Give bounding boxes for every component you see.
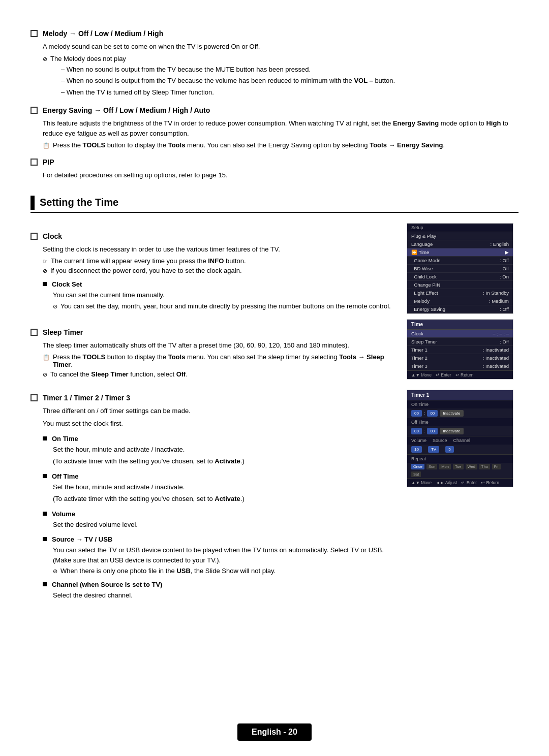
tv-time-timer3-row: Timer 3: Inactivated <box>407 362 513 370</box>
tv-timer1-repeat-label: Repeat <box>407 454 513 463</box>
section-bar <box>30 196 35 210</box>
note-icon-sleep1: 📋 <box>43 354 50 361</box>
square-icon-offtime <box>43 474 47 478</box>
clock-note1-line: ☞ The current time will appear every tim… <box>43 257 396 265</box>
note-icon-clock1: ☞ <box>43 258 48 265</box>
checkbox-icon-pip <box>30 159 38 166</box>
setting-time-header: Setting the Time <box>30 196 518 213</box>
note-icon-source: ⊘ <box>53 568 57 575</box>
note-icon-1: ⊘ <box>43 56 47 62</box>
tv-vol-label: Volume <box>411 438 426 443</box>
melody-note1-line: ⊘ The Melody does not play <box>43 55 518 62</box>
volume-body: Set the desired volume level. <box>53 520 396 530</box>
tv-menu1-item-lighteffect: Light Effect: In Standby <box>407 289 513 297</box>
tv-menu1-tab: Setup <box>411 225 423 230</box>
channel-heading: Channel (when Source is set to TV) <box>43 581 396 588</box>
off-time-body1: Set the hour, minute and activate / inac… <box>53 482 396 492</box>
off-time-title: Off Time <box>52 472 79 480</box>
tv-on-min: 00 <box>427 410 438 417</box>
tv-menu1-item-energysaving: Energy Saving: Off <box>407 305 513 313</box>
source-note: When there is only one photo file in the… <box>60 567 276 575</box>
sleep-timer-note2-line: ⊘ To cancel the Sleep Timer function, se… <box>43 370 396 378</box>
tv-once-btn: Once <box>411 464 424 469</box>
tv-timer1-ontime-label: On Time <box>407 400 513 408</box>
note-icon-clock2: ⊘ <box>43 268 47 274</box>
tv-time-timer1-row: Timer 1: Inactivated <box>407 346 513 354</box>
time-menu-screenshot-col: Time Clock– : – : – Sleep Timer: Off Tim… <box>407 319 518 385</box>
tv-ch-label: Channel <box>453 438 471 443</box>
on-time-body1: Set the hour, minute and activate / inac… <box>53 445 396 455</box>
tv-sat-btn: Sat <box>411 471 421 477</box>
off-time-heading: Off Time <box>43 472 396 480</box>
on-time-heading: On Time <box>43 435 396 443</box>
tv-menu1-item-language: Language: English <box>407 240 513 248</box>
tv-menu1-item-plugplay: Plug & Play <box>407 232 513 240</box>
tv-time-clock-row: Clock– : – : – <box>407 330 513 338</box>
melody-dash3: When the TV is turned off by Sleep Timer… <box>61 87 518 98</box>
square-icon-clockset <box>43 282 47 286</box>
clockset-body1: You can set the current time manually. <box>53 290 396 300</box>
tv-timer1-ontime-controls: 00 : 00 Inactivate <box>407 408 513 418</box>
checkbox-icon-energy <box>30 107 38 114</box>
melody-note1: The Melody does not play <box>50 55 126 62</box>
square-icon-volume <box>43 512 47 516</box>
square-icon-channel <box>43 582 47 586</box>
melody-heading: Melody → Off / Low / Medium / High <box>30 29 518 38</box>
volume-title: Volume <box>52 510 75 518</box>
timer-body1: Three different on / off timer settings … <box>43 406 396 416</box>
tv-vol-val: 10 <box>411 446 422 453</box>
tv-time-footer: ▲▼ Move↵ Enter↩ Return <box>407 370 513 379</box>
tv-timer1-repeat-row: Once Sun Mon Tue Wed Thu Fri Sat <box>407 463 513 478</box>
tv-fri-btn: Fri <box>492 464 501 469</box>
channel-title: Channel (when Source is set to TV) <box>52 581 162 588</box>
tv-menu2-title: Time <box>411 322 423 327</box>
timer-heading: Timer 1 / Timer 2 / Timer 3 <box>30 394 396 402</box>
tv-mon-btn: Mon <box>439 464 451 469</box>
sleep-timer-content: Sleep Timer The sleep timer automaticall… <box>30 319 396 381</box>
tv-off-hour: 00 <box>411 428 422 434</box>
on-time-title: On Time <box>52 435 78 443</box>
timer-section-wrapper: Timer 1 / Timer 2 / Timer 3 Three differ… <box>30 385 518 603</box>
clockset-title: Clock Set <box>52 280 82 288</box>
square-icon-ontime <box>43 436 47 440</box>
tv-off-min: 00 <box>427 428 438 434</box>
clockset-note1: You can set the day, month, year, hour a… <box>60 302 391 310</box>
channel-body: Select the desired channel. <box>53 590 396 601</box>
energy-note1: Press the TOOLS button to display the To… <box>53 141 445 149</box>
clock-heading: Clock <box>30 232 396 240</box>
clockset-note-line: ⊘ You can set the day, month, year, hour… <box>53 302 396 310</box>
timer1-screenshot-col: Timer 1 On Time 00 : 00 Inactivate Off T… <box>407 385 518 487</box>
timer-content: Timer 1 / Timer 2 / Timer 3 Three differ… <box>30 385 396 603</box>
tv-time-timer2-row: Timer 2: Inactivated <box>407 354 513 362</box>
tv-timer1-screenshot: Timer 1 On Time 00 : 00 Inactivate Off T… <box>407 390 513 487</box>
tv-off-inactivate: Inactivate <box>440 428 463 434</box>
square-icon-source <box>43 537 47 541</box>
tv-setup-menu-screenshot: Setup Plug & Play Language: English ⏩ Ti… <box>407 223 513 314</box>
on-time-body2: (To activate timer with the setting you'… <box>53 456 396 466</box>
tv-time-sleep-row: Sleep Timer: Off <box>407 338 513 346</box>
tv-menu1-item-changepin: Change PIN <box>407 281 513 289</box>
source-note-line: ⊘ When there is only one photo file in t… <box>53 567 396 575</box>
tv-timer1-vals-row: 10 TV 5 <box>407 445 513 454</box>
melody-dash2: When no sound is output from the TV beca… <box>61 76 518 86</box>
volume-heading: Volume <box>43 510 396 518</box>
pip-body1: For detailed procedures on setting up op… <box>43 170 518 180</box>
melody-title: Melody → Off / Low / Medium / High <box>43 29 163 38</box>
clock-body1: Setting the clock is necessary in order … <box>43 244 396 255</box>
tv-tue-btn: Tue <box>453 464 464 469</box>
source-heading: Source → TV / USB <box>43 536 396 543</box>
tv-on-inactivate: Inactivate <box>440 410 463 417</box>
off-time-body2: (To activate timer with the setting you'… <box>53 494 396 504</box>
sleep-timer-wrapper: Sleep Timer The sleep timer automaticall… <box>30 319 518 385</box>
energy-body1: This feature adjusts the brightness of t… <box>43 118 518 138</box>
energy-title: Energy Saving → Off / Low / Medium / Hig… <box>43 106 210 114</box>
tv-on-hour: 00 <box>411 410 422 417</box>
pip-title: PIP <box>43 158 54 166</box>
timer-body2: You must set the clock first. <box>43 419 396 429</box>
page-footer: English - 20 <box>0 723 549 741</box>
sleep-timer-note1-line: 📋 Press the TOOLS button to display the … <box>43 353 396 368</box>
tv-ch-val: 5 <box>445 446 453 453</box>
sleep-timer-heading: Sleep Timer <box>30 328 396 336</box>
melody-body1: A melody sound can be set to come on whe… <box>43 42 518 52</box>
clock-note1: The current time will appear every time … <box>51 257 246 265</box>
